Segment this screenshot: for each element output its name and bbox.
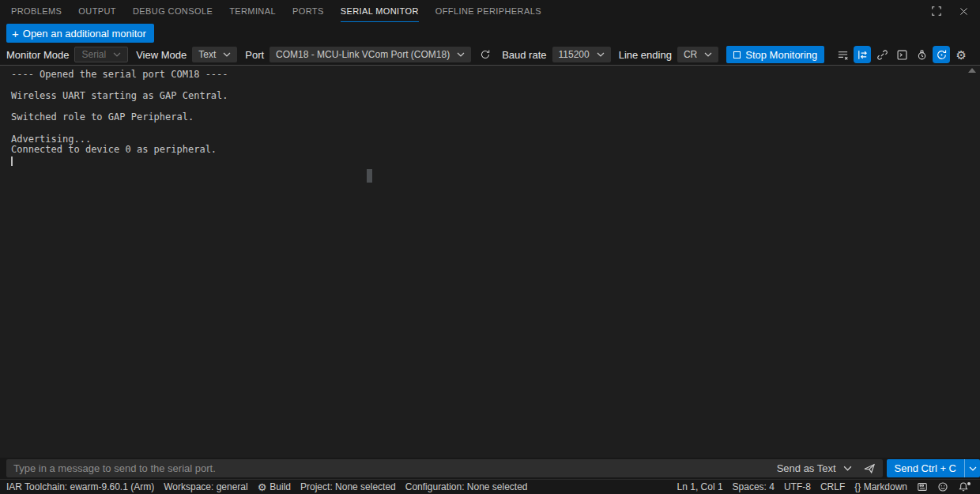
feedback-button[interactable] xyxy=(933,480,953,494)
serial-output-line: Switched role to GAP Peripheral. xyxy=(11,112,980,123)
monitor-mode-dropdown: Serial xyxy=(74,47,128,62)
send-options-chevron[interactable] xyxy=(964,459,980,477)
status-item[interactable]: Workspace: general xyxy=(159,480,253,494)
clear-output-button[interactable] xyxy=(834,46,851,63)
status-bar-left: IAR Toolchain: ewarm-9.60.1 (Arm) Worksp… xyxy=(2,480,533,494)
serial-output-line xyxy=(11,102,980,113)
panel-tab-label: PORTS xyxy=(292,6,324,16)
chevron-down-icon xyxy=(113,52,121,57)
send-mode-dropdown[interactable]: Send as Text xyxy=(777,462,852,474)
chevron-down-icon xyxy=(597,52,605,57)
line-ending-dropdown[interactable]: CR xyxy=(677,47,718,62)
status-item[interactable]: {} Markdown xyxy=(850,480,912,494)
toolbar-icon-group: ⚙ xyxy=(834,46,970,63)
panel-tab[interactable]: OFFLINE PERIPHERALS xyxy=(435,0,541,22)
send-ctrl-c-label: Send Ctrl + C xyxy=(887,459,964,477)
stop-monitoring-button[interactable]: Stop Monitoring xyxy=(726,46,824,63)
settings-button[interactable]: ⚙ xyxy=(952,46,970,63)
view-mode-value: Text xyxy=(198,49,216,60)
chevron-down-icon xyxy=(969,466,977,471)
scroll-up-indicator[interactable] xyxy=(968,68,976,73)
panel-tab-label: TERMINAL xyxy=(229,6,276,16)
watch-icon xyxy=(916,49,928,61)
line-ending-label: Line ending xyxy=(619,49,672,61)
close-icon xyxy=(959,6,969,17)
port-dropdown[interactable]: COM18 - MCU-Link VCom Port (COM18) xyxy=(270,47,471,62)
serial-output-line xyxy=(11,81,980,92)
status-item[interactable]: Ln 1, Col 1 xyxy=(673,480,728,494)
port-label: Port xyxy=(245,49,264,61)
status-item[interactable]: Project: None selected xyxy=(296,480,401,494)
status-item-label: Project: None selected xyxy=(300,481,396,492)
status-item[interactable]: IAR Toolchain: ewarm-9.60.1 (Arm) xyxy=(2,480,159,494)
baud-rate-dropdown[interactable]: 115200 xyxy=(552,47,611,62)
panel-tab-label: OFFLINE PERIPHERALS xyxy=(435,6,541,16)
panel-tabs: PROBLEMS OUTPUT DEBUG CONSOLE TERMINAL P… xyxy=(11,0,928,22)
status-item-label: UTF-8 xyxy=(784,481,811,492)
chevron-down-icon xyxy=(704,52,712,57)
serial-monitor-panel: PROBLEMS OUTPUT DEBUG CONSOLE TERMINAL P… xyxy=(0,0,980,494)
serial-output-area[interactable]: ---- Opened the serial port COM18 ---- W… xyxy=(0,66,980,458)
panel-tab[interactable]: SERIAL MONITOR xyxy=(341,0,419,22)
status-item-label: Build xyxy=(270,481,291,492)
open-additional-monitor-label: Open an additional monitor xyxy=(23,28,146,40)
port-value: COM18 - MCU-Link VCom Port (COM18) xyxy=(276,49,450,60)
status-item-label: IAR Toolchain: ewarm-9.60.1 (Arm) xyxy=(6,481,154,492)
notification-badge xyxy=(967,482,971,485)
serial-output-line: Wireless UART starting as GAP Central. xyxy=(11,91,980,102)
sync-icon xyxy=(936,49,948,61)
message-input-row: Send as Text Send Ctrl + C xyxy=(0,458,980,479)
message-field: Send as Text xyxy=(6,459,883,477)
status-item[interactable]: CRLF xyxy=(816,480,850,494)
hex-link-button[interactable] xyxy=(873,46,891,63)
baud-rate-label: Baud rate xyxy=(502,49,546,61)
view-mode-dropdown[interactable]: Text xyxy=(192,47,237,62)
clear-output-icon xyxy=(837,49,849,61)
serial-output-line xyxy=(11,123,980,134)
send-message-button[interactable] xyxy=(863,462,876,475)
stop-monitoring-label: Stop Monitoring xyxy=(745,49,817,61)
send-ctrl-c-button[interactable]: Send Ctrl + C xyxy=(887,459,980,477)
open-additional-monitor-button[interactable]: + Open an additional monitor xyxy=(6,24,154,43)
smiley-icon xyxy=(937,481,948,492)
refresh-ports-button[interactable] xyxy=(477,46,494,63)
reconnect-toggle-button[interactable] xyxy=(933,46,950,63)
baud-rate-value: 115200 xyxy=(559,49,590,60)
line-ending-value: CR xyxy=(684,49,697,60)
panel-tab[interactable]: OUTPUT xyxy=(78,0,116,22)
status-item[interactable]: Configuration: None selected xyxy=(401,480,533,494)
link-icon xyxy=(876,49,888,61)
panel-tab[interactable]: PROBLEMS xyxy=(11,0,62,22)
status-item[interactable]: Spaces: 4 xyxy=(728,480,779,494)
autoscroll-icon xyxy=(857,49,869,61)
message-input[interactable] xyxy=(13,462,767,474)
open-in-terminal-button[interactable] xyxy=(893,46,910,63)
send-mode-label: Send as Text xyxy=(777,462,836,474)
serial-output-line: Connected to device 0 as peripheral. xyxy=(11,145,980,156)
scrollbar-thumb[interactable] xyxy=(367,169,372,183)
panel-tab-label: OUTPUT xyxy=(78,6,116,16)
device-status-button[interactable] xyxy=(912,480,933,494)
status-item-label: CRLF xyxy=(820,481,845,492)
status-item[interactable]: UTF-8 xyxy=(779,480,816,494)
notifications-button[interactable] xyxy=(953,480,974,494)
timestamp-toggle-button[interactable] xyxy=(913,46,930,63)
autoscroll-toggle-button[interactable] xyxy=(854,46,871,63)
chevron-down-icon xyxy=(457,52,465,57)
status-item-label: Workspace: general xyxy=(164,481,248,492)
monitor-mode-label: Monitor Mode xyxy=(6,49,69,61)
panel-tab[interactable]: PORTS xyxy=(292,0,324,22)
chevron-down-icon xyxy=(223,52,231,57)
status-item[interactable]: ⚙ Build xyxy=(253,480,296,494)
maximize-panel-button[interactable] xyxy=(928,2,945,20)
terminal-icon xyxy=(896,49,908,61)
panel-tab[interactable]: TERMINAL xyxy=(229,0,276,22)
close-panel-button[interactable] xyxy=(955,2,972,20)
plus-icon: + xyxy=(12,28,19,40)
chevron-down-icon xyxy=(843,466,852,471)
panel-tab[interactable]: DEBUG CONSOLE xyxy=(133,0,213,22)
screen-full-icon xyxy=(931,6,942,17)
status-item-icon: ⚙ xyxy=(258,482,267,492)
serial-output-lines: ---- Opened the serial port COM18 ---- W… xyxy=(11,70,980,156)
status-item-label: {} Markdown xyxy=(854,481,907,492)
